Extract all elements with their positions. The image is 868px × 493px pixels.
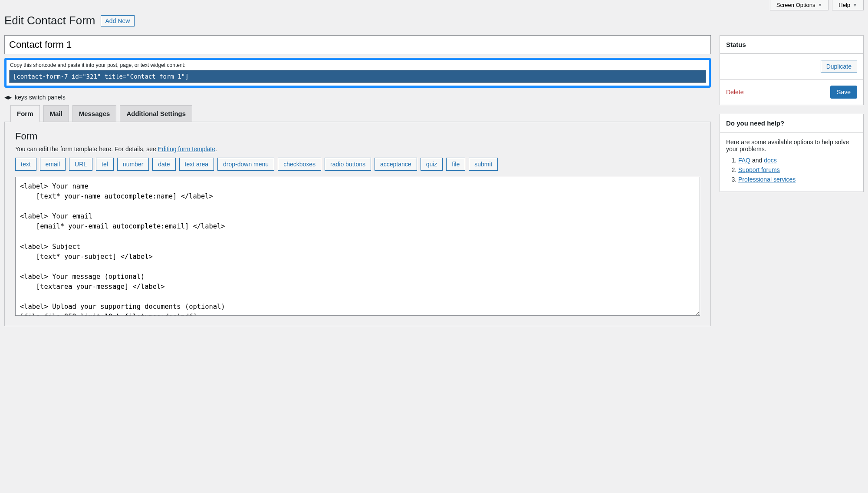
save-button[interactable]: Save <box>830 86 857 99</box>
help-list: FAQ and docs Support forums Professional… <box>726 157 857 183</box>
status-box: Status Duplicate Delete Save <box>720 35 864 105</box>
list-item: FAQ and docs <box>738 157 857 164</box>
tag-submit-button[interactable]: submit <box>469 158 498 171</box>
shortcode-highlight-box: Copy this shortcode and paste it into yo… <box>4 58 711 88</box>
delete-link[interactable]: Delete <box>726 89 743 96</box>
tag-quiz-button[interactable]: quiz <box>421 158 443 171</box>
and-text: and <box>750 157 764 164</box>
support-forums-link[interactable]: Support forums <box>738 166 780 173</box>
tab-mail[interactable]: Mail <box>43 105 69 122</box>
docs-link[interactable]: docs <box>764 157 777 164</box>
tag-date-button[interactable]: date <box>152 158 175 171</box>
tag-text-button[interactable]: text <box>15 158 36 171</box>
help-title: Do you need help? <box>726 119 857 127</box>
tag-number-button[interactable]: number <box>117 158 149 171</box>
tab-panel-form: Form You can edit the form template here… <box>4 122 711 326</box>
arrow-left-right-icon: ◀▶ <box>4 94 11 100</box>
editing-template-link[interactable]: Editing form template <box>158 146 215 152</box>
chevron-down-icon: ▼ <box>853 3 857 7</box>
form-title-input[interactable] <box>4 35 711 54</box>
faq-link[interactable]: FAQ <box>738 157 750 164</box>
panel-desc-post: . <box>215 146 217 152</box>
page-title: Edit Contact Form <box>4 14 95 27</box>
tabs-row: Form Mail Messages Additional Settings <box>10 105 711 122</box>
tag-radio-button[interactable]: radio buttons <box>325 158 371 171</box>
tag-email-button[interactable]: email <box>40 158 66 171</box>
help-toggle[interactable]: Help ▼ <box>832 0 864 10</box>
panel-heading: Form <box>15 131 700 142</box>
tab-additional-settings[interactable]: Additional Settings <box>120 105 192 122</box>
tag-file-button[interactable]: file <box>446 158 465 171</box>
shortcode-input[interactable] <box>9 70 706 83</box>
help-intro: Here are some available options to help … <box>726 139 857 152</box>
duplicate-button[interactable]: Duplicate <box>821 60 857 73</box>
professional-services-link[interactable]: Professional services <box>738 176 796 183</box>
form-template-textarea[interactable]: <label> Your name [text* your-name autoc… <box>15 177 700 316</box>
tab-form[interactable]: Form <box>10 105 40 122</box>
tag-acceptance-button[interactable]: acceptance <box>375 158 417 171</box>
screen-options-label: Screen Options <box>776 2 815 8</box>
tag-checkboxes-button[interactable]: checkboxes <box>278 158 321 171</box>
status-title: Status <box>726 41 857 48</box>
tab-messages[interactable]: Messages <box>72 105 117 122</box>
chevron-down-icon: ▼ <box>818 3 822 7</box>
panels-hint-text: keys switch panels <box>15 94 66 101</box>
tag-textarea-button[interactable]: text area <box>179 158 214 171</box>
tag-dropdown-button[interactable]: drop-down menu <box>217 158 274 171</box>
screen-options-toggle[interactable]: Screen Options ▼ <box>770 0 829 10</box>
help-label: Help <box>838 2 850 8</box>
add-new-button[interactable]: Add New <box>101 15 135 26</box>
tag-url-button[interactable]: URL <box>69 158 92 171</box>
panels-hint: ◀▶ keys switch panels <box>4 94 711 101</box>
help-box: Do you need help? Here are some availabl… <box>720 114 864 192</box>
panel-desc-pre: You can edit the form template here. For… <box>15 146 158 152</box>
list-item: Support forums <box>738 166 857 173</box>
list-item: Professional services <box>738 176 857 183</box>
tag-tel-button[interactable]: tel <box>96 158 114 171</box>
shortcode-hint: Copy this shortcode and paste it into yo… <box>10 62 705 68</box>
panel-description: You can edit the form template here. For… <box>15 146 700 152</box>
tag-generator-buttons: text email URL tel number date text area… <box>15 158 700 171</box>
